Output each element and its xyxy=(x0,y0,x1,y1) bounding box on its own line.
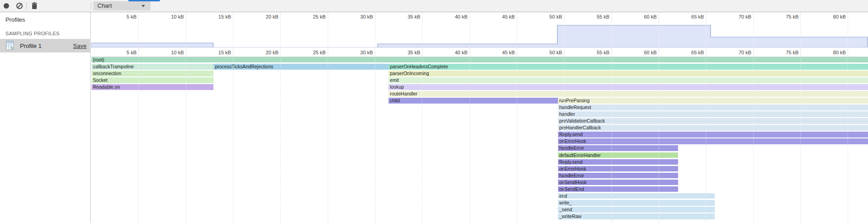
flame-frame[interactable]: handleRequest xyxy=(558,104,868,110)
tick-label: 45 kB xyxy=(483,14,515,19)
flame-frame[interactable]: (root) xyxy=(92,57,868,63)
tick-label: 65 kB xyxy=(672,50,704,55)
tick-dash xyxy=(233,21,233,47)
toolbar-separator xyxy=(91,2,91,9)
tick-dash xyxy=(706,57,706,219)
flame-frame[interactable]: child xyxy=(388,98,558,104)
tick-dash xyxy=(659,21,659,47)
sampling-profiles-heading: SAMPLING PROFILES xyxy=(5,31,59,36)
tick-label: 40 kB xyxy=(436,50,468,55)
tick-label: 50 kB xyxy=(530,14,562,19)
tick-label: 10 kB xyxy=(152,14,184,19)
tick-label: 30 kB xyxy=(341,50,373,55)
view-mode-label: Chart xyxy=(97,2,112,9)
flame-frame[interactable]: emit xyxy=(388,77,868,83)
flame-frame[interactable]: defaultErrorHandler xyxy=(558,152,678,158)
clear-button[interactable] xyxy=(15,2,24,10)
flame-frame[interactable]: routeHandler xyxy=(388,91,868,97)
tick-label: 5 kB xyxy=(105,50,136,55)
tick-dash xyxy=(328,21,328,47)
flame-frame[interactable]: onSendEnd xyxy=(558,186,678,192)
tick-label: 20 kB xyxy=(247,50,278,55)
tick-dash xyxy=(848,57,848,219)
profile-icon: % xyxy=(6,41,15,52)
tick-dash xyxy=(706,21,706,47)
tick-label: 80 kB xyxy=(814,50,846,55)
tick-dash xyxy=(186,21,186,47)
flame-frame[interactable]: handler xyxy=(558,111,868,117)
tick-label: 15 kB xyxy=(199,50,231,55)
tick-label: 55 kB xyxy=(578,14,610,19)
tick-dash xyxy=(375,21,375,47)
profile-name: Profile 1 xyxy=(20,43,42,49)
tick-dash xyxy=(470,57,470,219)
flame-frame[interactable]: write_ xyxy=(558,200,715,206)
flame-frame[interactable]: onconnection xyxy=(92,71,213,76)
clear-icon xyxy=(16,3,23,9)
tick-dash xyxy=(186,57,186,219)
tick-label: 30 kB xyxy=(341,14,373,19)
tick-dash xyxy=(517,21,517,47)
tick-label: 15 kB xyxy=(199,14,231,19)
tick-dash xyxy=(564,21,564,47)
flame-frame[interactable]: lookup xyxy=(388,84,868,90)
tick-dash xyxy=(800,21,801,47)
delete-profile-button[interactable] xyxy=(31,2,39,10)
flame-frame[interactable]: preHandlerCallback xyxy=(558,125,868,131)
tick-label: 80 kB xyxy=(814,14,846,19)
tick-dash xyxy=(611,21,612,47)
flame-frame[interactable]: end xyxy=(558,193,715,199)
flame-frame[interactable]: parserOnHeadersComplete xyxy=(388,64,868,70)
tick-dash xyxy=(611,57,612,219)
tick-dash xyxy=(517,57,517,219)
memory-profiler-panel: Chart Profiles SAMPLING PROFILES % Profi… xyxy=(0,0,868,223)
flame-frame[interactable]: Readable.on xyxy=(92,84,213,90)
record-button[interactable] xyxy=(2,2,10,10)
flame-frame[interactable]: Reply.send xyxy=(558,132,868,138)
tick-dash xyxy=(328,57,328,219)
view-mode-select[interactable]: Chart xyxy=(93,1,150,10)
flame-frame[interactable]: runPreParsing xyxy=(558,98,868,104)
tick-label: 75 kB xyxy=(767,50,799,55)
tick-label: 60 kB xyxy=(625,14,657,19)
sidebar: Profiles SAMPLING PROFILES % Profile 1 S… xyxy=(0,12,91,223)
tick-dash xyxy=(800,57,801,219)
flame-frame[interactable]: Reply.send xyxy=(558,159,678,165)
tick-dash xyxy=(233,57,233,219)
tick-label: 35 kB xyxy=(388,50,420,55)
flame-frame[interactable]: onSendHook xyxy=(558,180,678,185)
chevron-down-icon xyxy=(141,5,145,7)
flame-frame[interactable]: callbackTrampoline xyxy=(92,64,213,70)
flame-frame[interactable]: _send xyxy=(558,207,715,213)
save-profile-link[interactable]: Save xyxy=(73,43,87,49)
tick-label: 50 kB xyxy=(530,50,562,55)
flame-frame[interactable]: Socket xyxy=(92,77,213,83)
tick-dash xyxy=(753,57,754,219)
flame-frame[interactable]: onErrorHook xyxy=(558,138,868,144)
flame-frame[interactable]: preValidationCallback xyxy=(558,118,868,124)
toolbar: Chart xyxy=(0,0,868,12)
tick-dash xyxy=(138,21,139,47)
tick-label: 65 kB xyxy=(672,14,704,19)
tick-dash xyxy=(422,57,422,219)
flame-frame[interactable]: processTicksAndRejections xyxy=(213,64,388,70)
flame-frame[interactable]: onErrorHook xyxy=(558,166,678,172)
tick-label: 25 kB xyxy=(294,50,326,55)
tick-dash xyxy=(848,21,848,47)
flame-frame[interactable]: handleError xyxy=(558,145,678,151)
tick-label: 70 kB xyxy=(720,14,752,19)
trash-icon xyxy=(31,2,38,9)
tick-label: 55 kB xyxy=(578,50,610,55)
flame-frame[interactable]: handleError xyxy=(558,173,678,179)
sidebar-item-profile-1[interactable]: % Profile 1 Save xyxy=(0,39,91,52)
tick-dash xyxy=(280,57,281,219)
svg-text:%: % xyxy=(10,47,13,50)
tick-label: 70 kB xyxy=(720,50,752,55)
flame-frame[interactable]: parserOnIncoming xyxy=(388,71,868,76)
tick-dash xyxy=(375,57,375,219)
tick-dash xyxy=(422,21,422,47)
tick-label: 5 kB xyxy=(105,14,136,19)
tick-dash xyxy=(564,57,564,219)
tick-label: 20 kB xyxy=(247,14,278,19)
flame-frame[interactable]: _writeRaw xyxy=(558,214,715,219)
